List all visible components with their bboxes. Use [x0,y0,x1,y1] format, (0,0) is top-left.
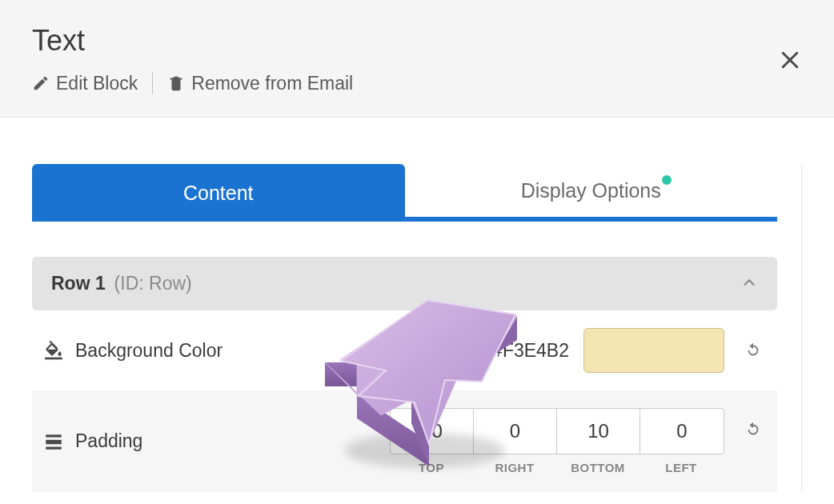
edit-block-button[interactable]: Edit Block [32,73,138,94]
edit-block-label: Edit Block [56,73,138,94]
bg-color-value: #F3E4B2 [492,340,569,362]
padding-icon [32,431,75,452]
svg-rect-0 [45,358,62,360]
padding-right-label: RIGHT [473,461,556,474]
remove-label: Remove from Email [191,73,353,94]
action-divider [152,72,153,94]
padding-bottom-input[interactable]: 10 [557,409,640,454]
panel-title: Text [32,24,802,58]
padding-inputs: 10 0 10 0 [390,408,724,454]
reset-icon [744,421,762,438]
row-section-header[interactable]: Row 1 (ID: Row) [32,257,777,310]
trash-icon [167,74,185,93]
svg-rect-2 [46,439,62,443]
reset-icon [744,342,762,359]
bg-color-swatch[interactable] [583,328,724,373]
background-color-row: Background Color #F3E4B2 [32,310,777,390]
padding-row: Padding 10 0 10 0 TOP RIGHT BOTTOM LEFT [32,390,777,492]
notification-dot-icon [662,175,672,185]
bg-color-label: Background Color [75,340,492,362]
content-area: Content Display Options Row 1 (ID: Row) … [0,118,834,492]
bg-color-reset-button[interactable] [736,342,771,359]
tab-display-options[interactable]: Display Options [405,164,778,222]
padding-reset-button[interactable] [736,421,771,438]
panel-header: Text Edit Block Remove from Email [0,0,834,118]
svg-rect-3 [46,446,62,449]
padding-top-label: TOP [390,461,473,474]
pencil-icon [32,74,50,92]
close-button[interactable] [778,48,802,75]
padding-left-input[interactable]: 0 [640,409,724,454]
row-title: Row 1 [51,273,106,294]
padding-bottom-label: BOTTOM [556,461,640,474]
svg-rect-1 [46,434,62,437]
tab-display-label: Display Options [521,179,661,202]
fill-icon [32,340,75,361]
row-id: (ID: Row) [109,273,192,294]
chevron-up-icon [740,274,758,294]
padding-label: Padding [75,430,390,452]
padding-left-label: LEFT [640,461,723,474]
header-actions: Edit Block Remove from Email [32,72,802,94]
close-icon [778,48,802,72]
tab-content-label: Content [183,182,254,205]
tabs: Content Display Options [32,164,777,222]
tab-content[interactable]: Content [32,164,405,222]
remove-from-email-button[interactable]: Remove from Email [167,73,353,94]
padding-right-input[interactable]: 0 [474,409,557,454]
padding-top-input[interactable]: 10 [391,409,474,454]
